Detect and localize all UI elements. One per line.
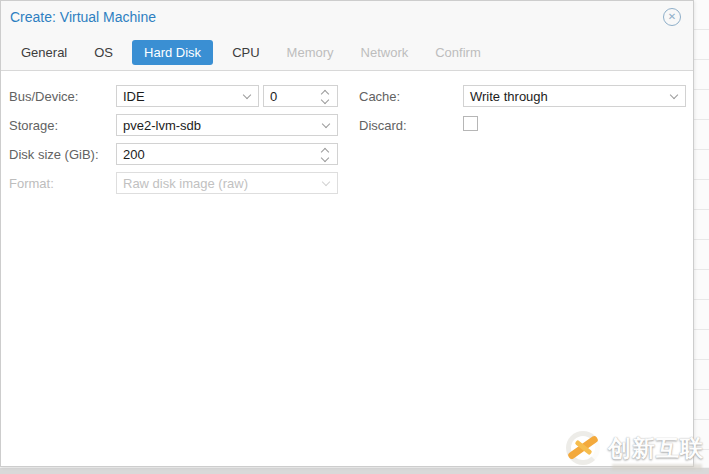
close-icon[interactable]: ✕ (663, 8, 681, 26)
discard-label: Discard: (359, 118, 407, 133)
format-value: Raw disk image (raw) (123, 176, 248, 191)
format-label: Format: (9, 176, 54, 191)
cache-label: Cache: (359, 89, 400, 104)
tab-os[interactable]: OS (94, 40, 113, 65)
background-grid-rows (694, 0, 709, 467)
tab-network: Network (361, 40, 409, 65)
bus-device-label: Bus/Device: (9, 89, 78, 104)
tab-hard-disk[interactable]: Hard Disk (132, 40, 213, 65)
cache-combo[interactable]: Write through (463, 85, 686, 107)
chevron-down-icon (243, 91, 251, 99)
storage-combo[interactable]: pve2-lvm-sdb (116, 114, 338, 136)
bus-device-value: IDE (123, 89, 145, 104)
bus-device-combo[interactable]: IDE (116, 85, 259, 107)
disk-size-input[interactable] (117, 144, 313, 164)
spinner-arrows-icon[interactable] (322, 148, 330, 162)
format-combo: Raw disk image (raw) (116, 172, 338, 194)
spinner-arrows-icon[interactable] (322, 90, 330, 104)
dialog-header: Create: Virtual Machine ✕ (1, 1, 693, 34)
chevron-down-icon (322, 120, 330, 128)
disk-size-stepper[interactable] (116, 143, 338, 165)
chevron-down-icon (322, 178, 330, 186)
chevron-down-icon (670, 91, 678, 99)
hard-disk-form: Bus/Device: IDE Storage: pve2-lvm-sdb Di… (1, 72, 693, 466)
tab-memory: Memory (287, 40, 334, 65)
background-bottom-strip (0, 467, 709, 474)
create-vm-dialog: Create: Virtual Machine ✕ General OS Har… (0, 0, 694, 467)
spin-down-icon[interactable] (321, 96, 329, 104)
bus-device-number-stepper[interactable] (263, 85, 338, 107)
spin-down-icon[interactable] (321, 154, 329, 162)
bus-device-number-input[interactable] (264, 86, 313, 106)
tab-general[interactable]: General (21, 40, 67, 65)
discard-checkbox[interactable] (463, 116, 478, 131)
wizard-tab-bar: General OS Hard Disk CPU Memory Network … (1, 34, 693, 71)
storage-value: pve2-lvm-sdb (123, 118, 201, 133)
tab-cpu[interactable]: CPU (232, 40, 259, 65)
disk-size-label: Disk size (GiB): (9, 147, 99, 162)
dialog-title: Create: Virtual Machine (10, 9, 156, 25)
cache-value: Write through (470, 89, 548, 104)
storage-label: Storage: (9, 118, 58, 133)
tab-confirm: Confirm (435, 40, 481, 65)
